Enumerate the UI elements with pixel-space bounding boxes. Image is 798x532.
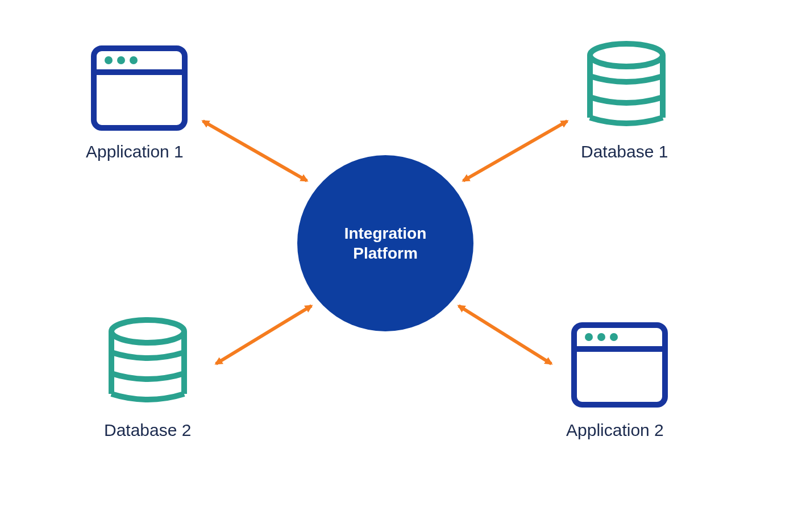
- diagram-stage: Integration Platform Application 1 Datab…: [0, 0, 798, 532]
- svg-point-16: [111, 320, 184, 343]
- connector-bottom-right: [459, 306, 551, 364]
- integration-platform-label: Integration Platform: [344, 223, 427, 263]
- connector-top-left: [203, 121, 307, 181]
- svg-point-20: [597, 333, 605, 341]
- svg-line-4: [216, 306, 311, 364]
- center-line2: Platform: [353, 244, 418, 262]
- svg-line-3: [463, 121, 567, 181]
- connector-bottom-left: [216, 306, 311, 364]
- svg-point-9: [117, 56, 125, 64]
- svg-point-13: [590, 44, 663, 66]
- svg-line-5: [459, 306, 551, 364]
- svg-point-8: [105, 56, 113, 64]
- svg-line-2: [203, 121, 307, 181]
- svg-point-10: [130, 56, 138, 64]
- label-application-2: Application 2: [566, 421, 664, 440]
- svg-point-19: [585, 333, 593, 341]
- application-icon: [94, 48, 185, 128]
- database-icon: [111, 320, 184, 400]
- center-line1: Integration: [344, 225, 427, 242]
- database-icon: [590, 44, 663, 123]
- integration-platform-node: Integration Platform: [297, 155, 473, 331]
- label-database-1: Database 1: [581, 142, 668, 161]
- svg-point-21: [610, 333, 618, 341]
- application-icon: [574, 325, 665, 405]
- label-application-1: Application 1: [86, 142, 184, 161]
- label-database-2: Database 2: [104, 421, 191, 440]
- connector-top-right: [463, 121, 567, 181]
